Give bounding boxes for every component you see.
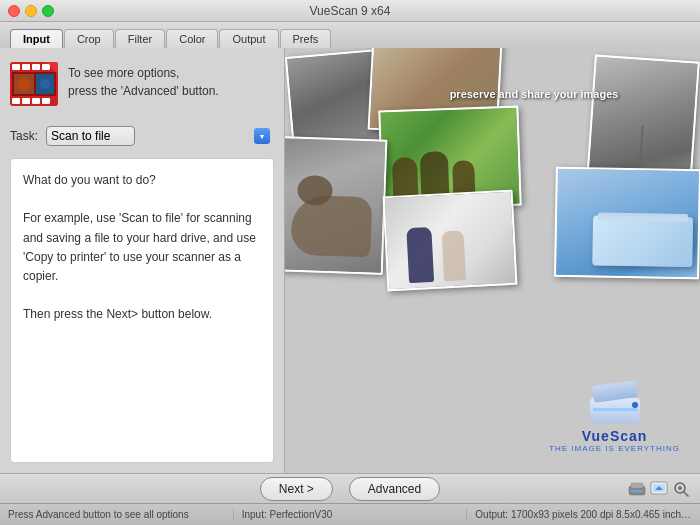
tab-output[interactable]: Output [219, 29, 278, 48]
svg-rect-21 [631, 490, 643, 492]
svg-rect-5 [12, 98, 20, 104]
hint-box: To see more options, press the 'Advanced… [10, 58, 274, 110]
scan-small-icon[interactable] [628, 480, 646, 498]
tab-color[interactable]: Color [166, 29, 218, 48]
maximize-button[interactable] [42, 5, 54, 17]
vuescan-brand-name: VueScan [582, 428, 648, 444]
task-row: Task: Scan to file Copy to printer Scan … [10, 126, 274, 146]
svg-rect-20 [631, 483, 643, 488]
vuescan-logo: VueScan The Image Is Everything [549, 378, 680, 453]
info-text-what: What do you want to do? [23, 171, 261, 190]
svg-rect-8 [42, 98, 50, 104]
bottom-bar: Next > Advanced [0, 473, 700, 503]
status-bar: Press Advanced button to see all options… [0, 503, 700, 525]
preserve-text: preserve and share your images [450, 88, 619, 100]
svg-line-26 [684, 492, 688, 496]
scanner-logo-icon [585, 378, 645, 428]
preview-small-icon[interactable] [650, 480, 668, 498]
svg-point-18 [632, 402, 638, 408]
preview-area: preserve and share your images [285, 48, 700, 473]
next-button[interactable]: Next > [260, 477, 333, 501]
film-icon [10, 58, 58, 110]
close-button[interactable] [8, 5, 20, 17]
traffic-lights [8, 5, 54, 17]
svg-point-13 [40, 79, 50, 89]
advanced-button[interactable]: Advanced [349, 477, 440, 501]
photo-scanner-blue [554, 167, 700, 280]
svg-rect-3 [32, 64, 40, 70]
status-right: Output: 1700x93 pixels 200 dpi 8.5x0.465… [466, 509, 692, 520]
task-select[interactable]: Scan to file Copy to printer Scan to ema… [46, 126, 135, 146]
window-title: VueScan 9 x64 [310, 4, 391, 18]
info-box: What do you want to do? For example, use… [10, 158, 274, 463]
svg-rect-7 [32, 98, 40, 104]
tab-prefs[interactable]: Prefs [280, 29, 332, 48]
photo-dog [285, 136, 387, 275]
zoom-icon[interactable] [672, 480, 690, 498]
vuescan-tagline: The Image Is Everything [549, 444, 680, 453]
svg-rect-1 [12, 64, 20, 70]
svg-point-11 [18, 78, 30, 90]
tab-crop[interactable]: Crop [64, 29, 114, 48]
svg-rect-6 [22, 98, 30, 104]
status-left: Press Advanced button to see all options [8, 509, 225, 520]
left-panel: To see more options, press the 'Advanced… [0, 48, 285, 473]
minimize-button[interactable] [25, 5, 37, 17]
info-text-example: For example, use 'Scan to file' for scan… [23, 209, 261, 286]
info-text-next: Then press the Next> button below. [23, 305, 261, 324]
select-arrow-icon [254, 128, 270, 144]
tab-filter[interactable]: Filter [115, 29, 165, 48]
photo-children-formal [383, 190, 518, 292]
task-label: Task: [10, 129, 38, 143]
tab-input[interactable]: Input [10, 29, 63, 48]
titlebar: VueScan 9 x64 [0, 0, 700, 22]
hint-text: To see more options, press the 'Advanced… [68, 58, 219, 100]
svg-rect-2 [22, 64, 30, 70]
main-content: To see more options, press the 'Advanced… [0, 48, 700, 473]
status-middle: Input: PerfectionV30 [233, 509, 459, 520]
svg-rect-17 [593, 408, 637, 411]
svg-rect-4 [42, 64, 50, 70]
right-panel: preserve and share your images [285, 48, 700, 473]
task-select-wrapper: Scan to file Copy to printer Scan to ema… [46, 126, 274, 146]
